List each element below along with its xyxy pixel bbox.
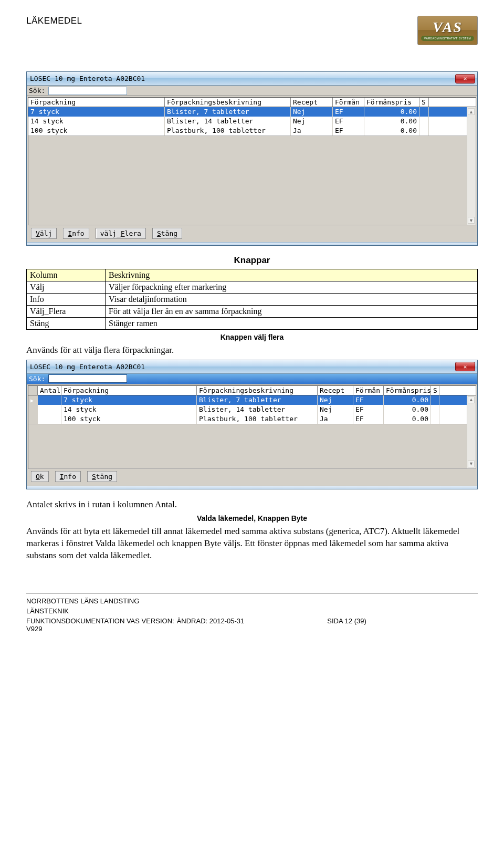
button-bar: Ok Info Stäng: [28, 469, 476, 485]
vas-logo: VAS VÅRDADMINISTRATIVT SYSTEM: [417, 16, 478, 45]
grid-header: Förpackning Förpackningsbeskrivning Rece…: [28, 98, 476, 107]
cell: EF: [333, 117, 364, 126]
valj-button[interactable]: Välj: [31, 228, 57, 239]
subheading-valj-flera: Knappen välj flera: [26, 333, 478, 341]
search-input[interactable]: [48, 87, 127, 95]
table-row: VäljVäljer förpackning efter markering: [27, 281, 478, 294]
scroll-up-icon[interactable]: ▲: [468, 396, 475, 403]
cell: EF: [353, 395, 384, 405]
cell-antal[interactable]: [38, 414, 61, 424]
logo-text: VAS: [433, 20, 463, 35]
col-forman[interactable]: Förmån: [353, 386, 384, 395]
th-kolumn: Kolumn: [27, 269, 106, 281]
cell: Välj: [27, 281, 106, 294]
col-beskrivning[interactable]: Förpackningsbeskrivning: [197, 386, 318, 395]
valj-flera-button[interactable]: välj_Flera: [96, 228, 146, 239]
col-s[interactable]: S: [431, 386, 439, 395]
window-forpackning-2: LOSEC 10 mg Enterota A02BC01 ✕ Sök: Anta…: [26, 360, 478, 489]
cell-antal[interactable]: [38, 405, 61, 414]
search-bar: Sök:: [27, 86, 477, 96]
info-button[interactable]: Info: [63, 228, 89, 239]
cell: 100 styck: [28, 126, 165, 135]
search-input[interactable]: [48, 374, 127, 383]
cell: 100 styck: [61, 414, 197, 424]
cell: EF: [353, 405, 384, 414]
footer-version: FUNKTIONSDOKUMENTATION VAS VERSION: V929: [26, 617, 177, 633]
ok-button[interactable]: Ok: [31, 471, 49, 482]
cell: Ja: [291, 126, 333, 135]
footer-line2: LÄNSTEKNIK: [26, 607, 478, 615]
col-formanspris[interactable]: Förmånspris: [364, 98, 419, 107]
col-forman[interactable]: Förmån: [333, 98, 364, 107]
col-recept[interactable]: Recept: [291, 98, 333, 107]
cell: Nej: [318, 395, 353, 405]
cell: 14 styck: [28, 117, 165, 126]
package-grid: Förpackning Förpackningsbeskrivning Rece…: [28, 97, 476, 225]
para-byte: Används för att byta ett läkemedel till …: [26, 526, 478, 562]
table-row[interactable]: 7 styck Blister, 7 tabletter Nej EF 0.00: [28, 107, 476, 117]
table-row[interactable]: ▶ 7 styck Blister, 7 tabletter Nej EF 0.…: [28, 395, 476, 405]
table-row: Välj_FleraFör att välja fler än en av sa…: [27, 306, 478, 318]
col-forpackning[interactable]: Förpackning: [28, 98, 165, 107]
cell: Blister, 7 tabletter: [197, 395, 318, 405]
table-row[interactable]: 100 styck Plastburk, 100 tabletter Ja EF…: [28, 126, 476, 135]
cell: Nej: [318, 405, 353, 414]
cell: Väljer förpackning efter markering: [106, 281, 478, 294]
col-formanspris[interactable]: Förmånspris: [384, 386, 431, 395]
cell: EF: [353, 414, 384, 424]
window-title: LOSEC 10 mg Enterota A02BC01: [30, 363, 145, 371]
close-icon[interactable]: ✕: [455, 74, 475, 83]
table-row[interactable]: 14 styck Blister, 14 tabletter Nej EF 0.…: [28, 405, 476, 414]
subheading-byte: Valda läkemedel, Knappen Byte: [26, 514, 478, 522]
page-footer: NORRBOTTENS LÄNS LANDSTING LÄNSTEKNIK FU…: [26, 593, 478, 633]
window-titlebar[interactable]: LOSEC 10 mg Enterota A02BC01 ✕: [27, 72, 477, 86]
cell: Info: [27, 294, 106, 306]
info-button[interactable]: Info: [55, 471, 81, 482]
col-beskrivning[interactable]: Förpackningsbeskrivning: [165, 98, 291, 107]
stang-button[interactable]: Stäng: [152, 228, 182, 239]
window-status-strip: [27, 486, 477, 489]
cell: Välj_Flera: [27, 306, 106, 318]
table-row: InfoVisar detaljinformation: [27, 294, 478, 306]
scroll-up-icon[interactable]: ▲: [468, 108, 475, 115]
cell: 14 styck: [61, 405, 197, 414]
col-recept[interactable]: Recept: [318, 386, 353, 395]
col-forpackning[interactable]: Förpackning: [61, 386, 197, 395]
cell: Blister, 14 tabletter: [165, 117, 291, 126]
scroll-down-icon[interactable]: ▼: [468, 217, 475, 224]
table-row[interactable]: 100 styck Plastburk, 100 tabletter Ja EF…: [28, 414, 476, 424]
window-title: LOSEC 10 mg Enterota A02BC01: [30, 75, 145, 82]
cell: För att välja fler än en av samma förpac…: [106, 306, 478, 318]
package-grid-antal: Antal Förpackning Förpackningsbeskrivnin…: [28, 385, 476, 469]
cell: 7 styck: [61, 395, 197, 405]
cell: 0.00: [364, 107, 419, 117]
table-row[interactable]: 14 styck Blister, 14 tabletter Nej EF 0.…: [28, 117, 476, 126]
grid-empty-area: ▲ ▼: [28, 135, 476, 225]
stang-button[interactable]: Stäng: [87, 471, 117, 482]
section-knappar-title: Knappar: [26, 255, 478, 266]
cell: [419, 107, 429, 117]
cell: Stäng: [27, 318, 106, 330]
row-marker-icon: [28, 405, 38, 414]
cell: 0.00: [384, 395, 431, 405]
cell: [419, 117, 429, 126]
window-status-strip: [27, 242, 477, 245]
cell: Blister, 14 tabletter: [197, 405, 318, 414]
close-icon[interactable]: ✕: [455, 362, 475, 371]
grid-header: Antal Förpackning Förpackningsbeskrivnin…: [28, 386, 476, 395]
scrollbar[interactable]: ▲ ▼: [467, 395, 476, 468]
cell: Blister, 7 tabletter: [165, 107, 291, 117]
col-s[interactable]: S: [419, 98, 429, 107]
cell-antal[interactable]: [38, 395, 61, 405]
cell: [431, 395, 439, 405]
cell: [419, 126, 429, 135]
table-head-row: Kolumn Beskrivning: [27, 269, 478, 281]
scroll-down-icon[interactable]: ▼: [468, 461, 475, 467]
col-antal[interactable]: Antal: [38, 386, 61, 395]
table-row: StängStänger ramen: [27, 318, 478, 330]
cell: [431, 405, 439, 414]
grid-empty-area: ▲ ▼: [28, 424, 476, 468]
window-titlebar[interactable]: LOSEC 10 mg Enterota A02BC01 ✕: [27, 360, 477, 374]
footer-page: SIDA 12 (39): [327, 617, 478, 633]
scrollbar[interactable]: ▲ ▼: [467, 107, 476, 225]
